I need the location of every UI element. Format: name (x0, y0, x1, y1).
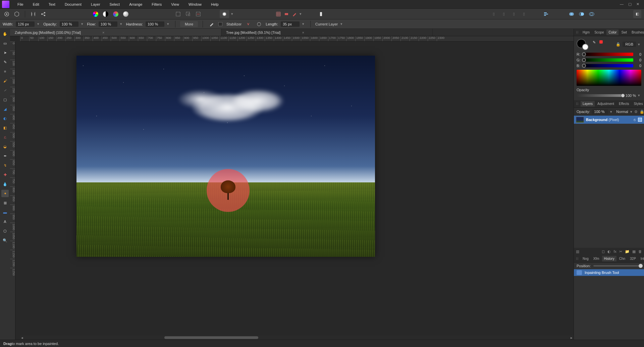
panel-tab-32p[interactable]: 32P (628, 256, 638, 262)
gear-icon[interactable]: ⚙ (634, 110, 638, 114)
layer-link-icon[interactable]: ⎋ (634, 118, 636, 122)
hand-tool-icon[interactable]: ✋ (1, 30, 9, 38)
window-mode-icon[interactable]: ◯ (255, 20, 263, 28)
color-mode-select[interactable]: RGB (623, 42, 636, 47)
bool-int-icon[interactable] (588, 10, 596, 18)
hardness-input[interactable] (146, 21, 164, 27)
selection-brush-tool-icon[interactable]: ⟋ (1, 86, 9, 94)
document-tab[interactable]: Tree.jpg [Modified] (59.1%) [Trial]× (221, 29, 433, 36)
panel-tab-history[interactable]: History (602, 256, 616, 262)
smudge-tool-icon[interactable]: ↯ (1, 162, 9, 169)
brush-shape-icon[interactable] (208, 20, 216, 28)
panel-tab-effects[interactable]: Effects (617, 101, 631, 107)
menu-filters[interactable]: Filters (147, 1, 166, 8)
align-right-icon[interactable]: ▯ (510, 10, 518, 18)
viewport[interactable] (15, 42, 574, 340)
paintbrush-tool-icon[interactable]: 🖌 (1, 77, 9, 84)
marquee-tool-icon[interactable]: ▢ (1, 96, 9, 103)
text-tool-icon[interactable]: A (1, 218, 9, 225)
rgb-circle-icon[interactable] (112, 10, 120, 18)
blur-tool-icon[interactable]: 💧 (1, 180, 9, 188)
vector-tool-icon[interactable]: ⬡ (1, 227, 9, 235)
maximize-icon[interactable]: ▢ (628, 2, 632, 6)
layer-visible-icon[interactable] (638, 118, 642, 122)
opacity-input[interactable] (60, 21, 78, 27)
delete-layer-icon[interactable]: 🗑 (638, 249, 642, 253)
menu-select[interactable]: Select (105, 1, 125, 8)
menu-arrange[interactable]: Arrange (124, 1, 147, 8)
color-spectrum[interactable] (577, 70, 641, 86)
menu-layer[interactable]: Layer (86, 1, 105, 8)
mirror-icon[interactable] (29, 10, 37, 18)
share-icon[interactable] (39, 10, 47, 18)
close-icon[interactable]: ✕ (636, 2, 639, 6)
dodge-tool-icon[interactable]: ◒ (1, 143, 9, 150)
align-more-icon[interactable]: ▯ (520, 10, 528, 18)
crop-layer-icon[interactable]: ✂ (619, 249, 622, 254)
close-tab-icon[interactable]: × (101, 31, 106, 35)
fx-icon[interactable]: fx (613, 249, 616, 253)
flood-fill-tool-icon[interactable]: ◢ (1, 105, 9, 113)
layer-list[interactable]: Background (Pixel)⎋ (574, 116, 644, 248)
marquee-add-icon[interactable] (184, 10, 192, 18)
mesh-tool-icon[interactable]: ⊞ (1, 199, 9, 207)
menu-edit[interactable]: Edit (28, 1, 44, 8)
quickmask-icon[interactable] (220, 10, 229, 18)
chevron-down-icon[interactable]: ▾ (231, 12, 234, 16)
assistant-icon[interactable] (317, 10, 325, 18)
snap-pen-icon[interactable] (291, 10, 298, 18)
color-wheel-icon[interactable] (92, 10, 100, 18)
panel-tab-info[interactable]: Info (639, 256, 644, 262)
bool-add-icon[interactable] (568, 10, 576, 18)
adjustment-icon[interactable]: ◐ (607, 249, 611, 254)
erase-tool-icon[interactable]: ◧ (1, 124, 9, 131)
align-center-icon[interactable]: ▯ (500, 10, 508, 18)
opacity-slider[interactable] (577, 94, 624, 97)
panel-tab-styles[interactable]: Styles (632, 101, 644, 107)
color-picker-tool-icon[interactable]: ✎ (1, 58, 9, 66)
width-input[interactable] (16, 21, 35, 27)
healing-tool-icon[interactable]: ✚ (1, 171, 9, 178)
layer-group-icon[interactable]: ▥ (576, 249, 579, 254)
document-tab[interactable]: Zakynthos.jpg [Modified] (100.0%) [Trial… (10, 29, 221, 36)
menu-file[interactable]: File (13, 1, 28, 8)
panel-tab-scope[interactable]: Scope (592, 30, 606, 35)
bool-sub-icon[interactable] (578, 10, 586, 18)
panel-tab-chn[interactable]: Chn (617, 256, 627, 262)
panel-tab-color[interactable]: Color (606, 30, 619, 35)
stabilizer-checkbox[interactable] (218, 22, 222, 26)
flow-input[interactable] (99, 21, 117, 27)
panel-tab-xfm[interactable]: Xfm (591, 256, 601, 262)
grid-icon[interactable] (275, 10, 281, 18)
more-button[interactable]: More (180, 21, 198, 27)
lock-icon[interactable]: 🔒 (616, 42, 621, 47)
horizontal-scrollbar[interactable]: ◂▸ (20, 336, 574, 340)
pen-tool-icon[interactable]: ✒ (1, 152, 9, 160)
clone-tool-icon[interactable]: ⎌ (1, 133, 9, 141)
b-slider[interactable] (583, 64, 633, 67)
rope-mode-icon[interactable]: ⋎ (244, 20, 252, 28)
history-position-slider[interactable] (593, 265, 641, 267)
close-tab-icon[interactable]: × (301, 31, 305, 35)
layer-row[interactable]: Background (Pixel)⎋ (574, 116, 644, 124)
panel-tab-brushes[interactable]: Brushes (630, 30, 644, 35)
apply-to-select[interactable]: Current Layer (315, 22, 338, 26)
history-entry[interactable]: Inpainting Brush Tool (574, 269, 644, 276)
panel-tab-adjustment[interactable]: Adjustment (595, 101, 616, 107)
menu-help[interactable]: Help (206, 1, 223, 8)
folder-icon[interactable]: 📁 (625, 249, 630, 254)
align-left-icon[interactable]: ▯ (490, 10, 498, 18)
marquee-icon[interactable] (174, 10, 182, 18)
recent-color-swatch[interactable] (599, 40, 603, 44)
menu-view[interactable]: View (166, 1, 184, 8)
secondary-color-swatch[interactable] (582, 44, 589, 50)
arrow-tool-icon[interactable]: ➤ (1, 49, 9, 56)
panel-tab-layers[interactable]: Layers (581, 101, 595, 107)
crop-tool-icon[interactable]: ⌗ (1, 68, 9, 75)
arrange-icon[interactable] (542, 10, 550, 18)
r-slider[interactable] (583, 53, 633, 56)
add-layer-icon[interactable]: ▦ (632, 249, 636, 254)
mask-icon[interactable]: ◻ (602, 249, 605, 254)
marquee-sub-icon[interactable] (194, 10, 202, 18)
sphere-icon[interactable] (122, 10, 130, 18)
